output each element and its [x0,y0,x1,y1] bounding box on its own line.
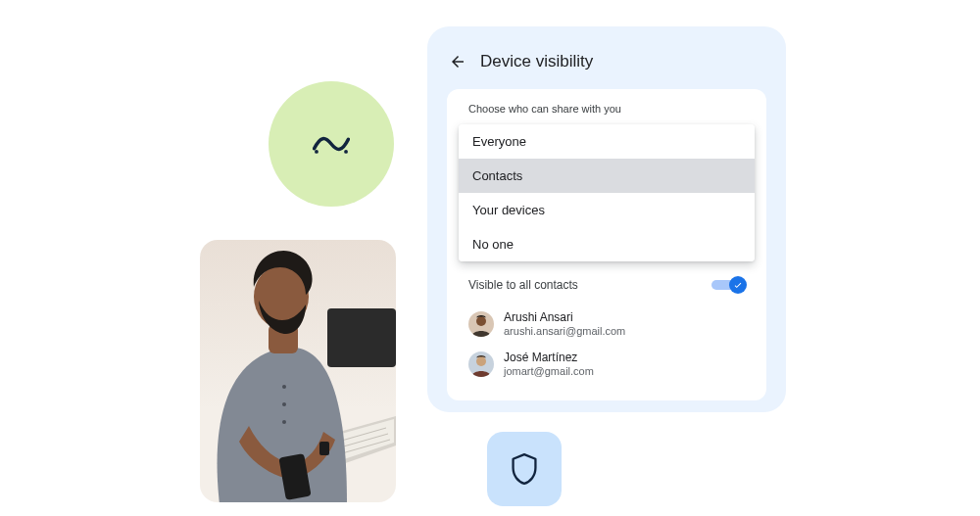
option-everyone[interactable]: Everyone [459,124,755,159]
back-button[interactable] [449,53,466,70]
visible-to-contacts-label: Visible to all contacts [468,278,578,292]
contact-name: Arushi Ansari [504,310,625,325]
svg-point-12 [282,402,286,406]
inner-panel: Choose who can share with you Everyone C… [447,89,766,400]
svg-point-1 [344,150,348,154]
contact-row[interactable]: Arushi Ansari arushi.ansari@gmail.com [447,305,766,345]
svg-rect-17 [319,442,329,455]
svg-rect-10 [327,308,396,367]
visible-to-contacts-row: Visible to all contacts [447,261,766,305]
visibility-option-list: Everyone Contacts Your devices No one [459,124,755,261]
contact-text: Arushi Ansari arushi.ansari@gmail.com [504,310,625,339]
card-header: Device visibility [447,48,766,89]
shield-icon [511,453,538,485]
toggle-thumb [729,276,747,294]
device-visibility-card: Device visibility Choose who can share w… [427,26,786,412]
option-contacts[interactable]: Contacts [459,159,755,193]
svg-point-0 [315,150,318,154]
decorative-circle [269,81,394,207]
svg-point-11 [282,385,286,389]
option-no-one[interactable]: No one [459,227,755,261]
svg-point-21 [476,356,486,366]
contact-email: arushi.ansari@gmail.com [504,325,625,339]
check-icon [733,280,743,290]
panel-sublabel: Choose who can share with you [447,103,766,124]
svg-point-13 [282,420,286,424]
photo-person-phone [200,240,396,502]
shield-badge [487,432,562,506]
avatar [468,311,494,337]
option-your-devices[interactable]: Your devices [459,193,755,227]
avatar [468,352,494,377]
wave-icon [313,132,350,156]
card-title: Device visibility [480,52,593,71]
visible-to-contacts-toggle[interactable] [711,277,745,293]
svg-point-19 [476,316,486,326]
contact-text: José Martínez jomart@gmail.com [504,351,594,379]
arrow-left-icon [449,53,466,70]
contact-email: jomart@gmail.com [504,365,594,379]
contact-row[interactable]: José Martínez jomart@gmail.com [447,345,766,385]
contact-name: José Martínez [504,351,594,365]
